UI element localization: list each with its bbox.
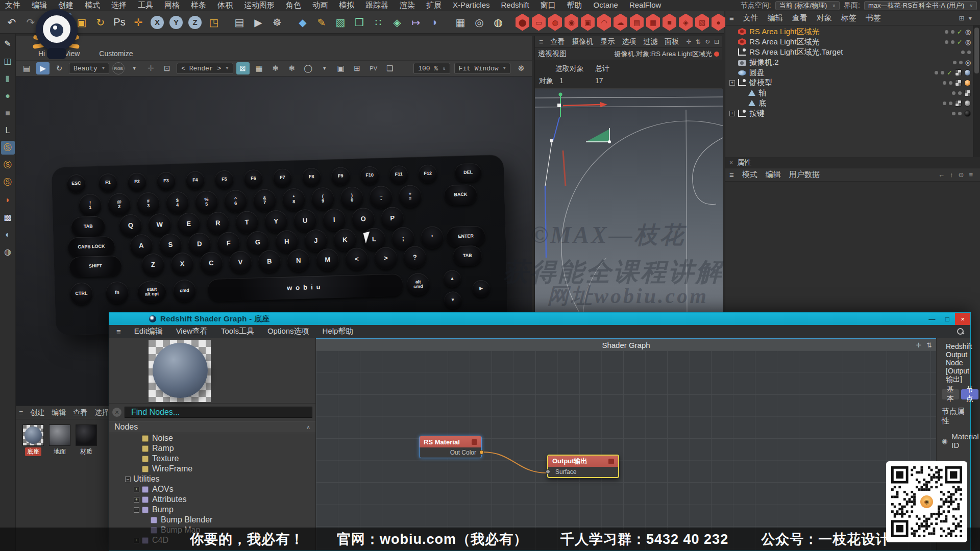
window-titlebar[interactable]: Redshift Shader Graph - 底座 — □ ×: [109, 313, 970, 325]
visibility-dot-icon[interactable]: [935, 71, 938, 74]
lock-icon[interactable]: ⊠: [236, 62, 250, 74]
close-button[interactable]: ×: [955, 313, 970, 325]
object-row[interactable]: 轴: [725, 88, 980, 98]
snapshot-icon[interactable]: ❄: [269, 62, 282, 74]
rs-object-icon[interactable]: ▧: [695, 14, 709, 31]
hamburger-icon[interactable]: ≡: [539, 38, 543, 46]
properties-tab-基本[interactable]: 基本: [942, 389, 959, 399]
model-cube-icon[interactable]: ◫: [1, 54, 15, 68]
material-thumbnail[interactable]: [49, 424, 70, 446]
surface-port[interactable]: Surface: [555, 468, 576, 475]
object-row[interactable]: 底: [725, 98, 980, 108]
material-s1-icon[interactable]: Ⓢ: [1, 141, 15, 155]
visibility-dot-icon[interactable]: [967, 51, 971, 54]
attributes-corner-icon[interactable]: ↑: [950, 171, 953, 179]
visibility-dot-icon[interactable]: [945, 30, 948, 34]
shader-menu-View查看[interactable]: View查看: [176, 327, 208, 336]
materials-menu-编辑[interactable]: 编辑: [52, 408, 66, 417]
maximize-button[interactable]: □: [940, 313, 955, 325]
volume-icon[interactable]: ◈: [388, 13, 406, 32]
deformer-icon[interactable]: ↦: [407, 13, 425, 32]
add-cube-icon[interactable]: ◆: [294, 13, 311, 32]
interface-dropdown[interactable]: max—枝花-RS百科全书-A (用户)∨: [864, 1, 977, 10]
menubar-item-模拟[interactable]: 模拟: [339, 1, 354, 10]
attributes-corner-icon[interactable]: ←: [938, 171, 945, 179]
view-mode-icon[interactable]: ◎: [471, 13, 488, 32]
film-icon[interactable]: ▤: [20, 62, 33, 74]
object-manager-scrollbar[interactable]: [973, 26, 980, 157]
grid-snapshot-icon[interactable]: ▦: [253, 62, 266, 74]
shader-menu-Edit编辑[interactable]: Edit编辑: [134, 327, 163, 336]
shader-tree-row[interactable]: +AOVs: [109, 484, 315, 494]
render-view-menu-Customize[interactable]: Customize: [99, 49, 133, 58]
viewport-nav-icon[interactable]: ✛: [687, 38, 692, 45]
om-menu-文件[interactable]: 文件: [743, 13, 758, 23]
sphere-icon[interactable]: ●: [1, 89, 15, 103]
visibility-dot-icon[interactable]: [953, 61, 957, 64]
shader-node-label[interactable]: Texture: [152, 454, 179, 463]
object-label[interactable]: RS Area Light区域光.Target: [749, 47, 843, 57]
shader-node-label[interactable]: Utilities: [133, 474, 160, 484]
viewport-menu-查看[interactable]: 查看: [550, 37, 565, 46]
shader-tree-row[interactable]: Noise: [109, 433, 315, 443]
properties-tab-节点[interactable]: 节点: [961, 389, 978, 399]
visibility-dot-icon[interactable]: [943, 81, 946, 85]
material-item[interactable]: 地面: [48, 424, 71, 456]
attributes-menu-模式[interactable]: 模式: [742, 170, 757, 180]
axis-tool-icon[interactable]: ✛: [130, 13, 147, 32]
snap-grid-icon[interactable]: ▦: [452, 13, 469, 32]
object-label[interactable]: 摄像机.2: [749, 58, 779, 67]
object-label[interactable]: 轴: [758, 88, 766, 98]
menubar-item-窗口[interactable]: 窗口: [541, 1, 556, 10]
object-label[interactable]: RS Area Light区域光: [749, 37, 820, 47]
viewport-nav-icon[interactable]: ⇅: [696, 38, 701, 45]
orangedot-tag-icon[interactable]: [964, 80, 971, 86]
object-label[interactable]: RS Area Light区域光: [749, 27, 820, 37]
visibility-dot-icon[interactable]: [945, 40, 948, 44]
om-menu-书签[interactable]: 书签: [866, 13, 881, 23]
render-mode-dropdown[interactable]: < Render >▼: [177, 63, 233, 74]
viewport-camera-label[interactable]: 摄像机.对象:RS Area Light区域光: [615, 49, 719, 59]
crop-region-icon[interactable]: ⊡: [160, 62, 174, 74]
viewport-nav-icon[interactable]: ⊡: [714, 38, 719, 45]
graph-nav-icon[interactable]: ⇅: [926, 341, 932, 349]
material-s3-icon[interactable]: Ⓢ: [1, 176, 15, 189]
channel-rgb-icon[interactable]: RGB: [112, 62, 125, 74]
om-corner-icons[interactable]: ⊞▾: [959, 14, 980, 22]
shader-node-label[interactable]: Bump: [152, 505, 174, 514]
cylinder-icon[interactable]: ▮: [1, 71, 15, 85]
visibility-dot-icon[interactable]: [951, 40, 954, 44]
radio-icon[interactable]: ◉: [942, 437, 947, 445]
image-a-icon[interactable]: ▣: [334, 62, 348, 74]
visibility-dot-icon[interactable]: [952, 112, 955, 115]
attributes-corner-icon[interactable]: ⊙: [959, 171, 964, 179]
zoom-level-field[interactable]: 100 %⇅: [413, 63, 450, 74]
rs-light-icon[interactable]: ⬤: [516, 14, 529, 31]
menubar-item-RealFlow[interactable]: RealFlow: [629, 1, 662, 10]
render-settings-icon[interactable]: ☸: [268, 13, 286, 32]
menubar-item-动画[interactable]: 动画: [312, 1, 328, 10]
object-row[interactable]: 摄像机.2◎: [725, 57, 980, 67]
hamburger-icon[interactable]: ≡: [19, 409, 23, 417]
close-icon[interactable]: ×: [729, 159, 733, 166]
menubar-item-样条[interactable]: 样条: [191, 1, 206, 10]
om-menu-标签[interactable]: 标签: [841, 13, 856, 23]
visibility-dot-icon[interactable]: [951, 30, 954, 34]
sphblue-tag-icon[interactable]: [964, 69, 971, 76]
find-nodes-input[interactable]: Find Nodes...: [125, 407, 312, 418]
checker-tag-icon[interactable]: [964, 90, 971, 96]
visibility-dot-icon[interactable]: [941, 71, 944, 74]
material-thumbnail[interactable]: [22, 424, 44, 446]
object-row[interactable]: RS Area Light区域光✓◎: [725, 37, 980, 47]
rs-camera-icon[interactable]: ▣: [581, 14, 595, 31]
extrude-icon[interactable]: ❒: [351, 13, 368, 32]
search-icon[interactable]: [957, 328, 964, 335]
l-axis-icon[interactable]: L: [1, 123, 15, 137]
attributes-corner-icon[interactable]: ≡: [969, 171, 973, 179]
play-render-icon[interactable]: ▶: [36, 62, 50, 74]
fit-window-dropdown[interactable]: Fit Window▼: [454, 63, 510, 74]
hamburger-icon[interactable]: ≡: [729, 14, 734, 22]
object-row[interactable]: RS Area Light区域光.Target: [725, 47, 980, 57]
render-icon[interactable]: ▶: [250, 13, 267, 32]
shaded-ball-icon[interactable]: ◐: [1, 228, 15, 241]
